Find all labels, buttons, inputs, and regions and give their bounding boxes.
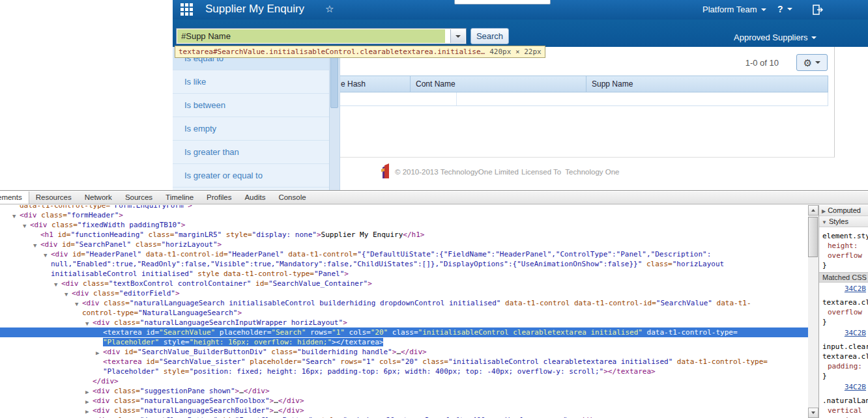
devtools-tabs: ementsResourcesNetworkSourcesTimelinePro… (0, 191, 868, 204)
expand-arrow-icon: ▶ (822, 208, 826, 214)
window-dock-icon[interactable] (812, 4, 824, 16)
search-button[interactable]: Search (470, 28, 509, 44)
grid-header-cell[interactable]: e Hash (336, 76, 411, 92)
dom-tree-line[interactable]: "Placeholder" style="position: fixed; he… (0, 367, 808, 376)
grid-header-cell[interactable]: Cont Name (411, 76, 586, 92)
sidebar-prop: overflow (819, 251, 868, 260)
approved-suppliers-menu[interactable]: Approved Suppliers (734, 33, 817, 42)
devtools-tab-sources[interactable]: Sources (119, 191, 159, 204)
code-text: "Placeholder" style="position: fixed; he… (103, 367, 656, 376)
devtools-tab-profiles[interactable]: Profiles (200, 191, 238, 204)
platform-team-menu[interactable]: Platform Team (702, 5, 766, 14)
dom-tree-line[interactable]: ▶<div class="naturalLanguageSearchToolbo… (0, 396, 808, 406)
dom-tree-line[interactable]: </div> (0, 376, 808, 386)
sidebar-text: 34C2B (845, 285, 866, 293)
dom-tree-line[interactable]: ▼<div class="fixedWidth paddingTB10"> (0, 220, 808, 230)
app-header-bar: Supplier My Enquiry ☆ Platform Team ? (173, 0, 868, 20)
code-text: <div id="SearchValue_BuilderButtonDiv" c… (103, 348, 427, 356)
code-segment: "Form.EnquiryForm" (110, 205, 188, 210)
grid-header-cell[interactable]: Supp Name (586, 76, 828, 92)
devtools-scrollbar[interactable] (808, 205, 818, 418)
devtools-tree-container: data-t1-control-type="Form.EnquiryForm">… (0, 205, 808, 418)
dom-tree-line[interactable]: ▼<div id="SearchPanel" class="horizLayou… (0, 240, 808, 249)
code-segment: data-t1-control-type= (20, 205, 110, 210)
dom-tree-line[interactable]: ▶<div id="SearchValue_BuilderButtonDiv" … (0, 347, 808, 357)
sidebar-text: height: (828, 242, 858, 250)
search-box[interactable]: #Supp Name (176, 28, 467, 44)
dom-tree-line[interactable]: ▼<div class="naturalLanguageSearchInputW… (0, 318, 808, 327)
code-segment: class= (110, 397, 140, 405)
dropdown-item[interactable]: Is like (173, 70, 329, 94)
dom-tree-line[interactable]: <h1 id="functionHeading" class="marginLR… (0, 230, 808, 240)
code-text: "Placeholder" style="height: 16px; overf… (103, 338, 383, 346)
search-dropdown-button[interactable] (450, 29, 465, 43)
code-segment: initialisableControl initialised" (51, 270, 194, 278)
devtools-panel: ementsResourcesNetworkSourcesTimelinePro… (0, 190, 868, 418)
dom-tree-line[interactable]: initialisableControl initialised" style … (0, 269, 808, 279)
scroll-thumb[interactable] (808, 217, 818, 257)
dom-tree-line[interactable]: ▶<div class="naturalLanguageSearchBuilde… (0, 406, 808, 415)
scroll-up-button[interactable] (808, 205, 818, 216)
sidebar-brace: } (819, 317, 868, 327)
sidebar-link[interactable]: 34C2B (819, 284, 868, 294)
code-segment: "fixedWidth paddingTB10" (78, 221, 181, 229)
dom-tree-line[interactable]: ▶<div class="inputClearButton" id="Input… (0, 415, 808, 418)
dom-tree-line[interactable]: ▶<div class="suggestionPane shown">…</di… (0, 386, 808, 396)
sidebar-link[interactable]: 34C2B (819, 328, 868, 338)
dom-tree-line[interactable]: ▼<div class="textBoxControl controlConta… (0, 279, 808, 288)
dom-tree-line[interactable]: control-type="NaturalLanguageSearch"> (0, 308, 808, 318)
sidebar-sel: input.clear (819, 342, 868, 352)
code-segment: <div (40, 240, 58, 249)
code-segment: "display: none" (252, 230, 317, 239)
code-segment: "20" (401, 357, 418, 366)
devtools-tab-audits[interactable]: Audits (238, 191, 272, 204)
global-search-input[interactable] (454, 0, 551, 5)
app-launcher-icon[interactable] (181, 3, 194, 16)
devtools-tab-ements[interactable]: ements (0, 191, 29, 204)
dom-tree-line[interactable]: "Placeholder" style="height: 16px; overf… (0, 337, 808, 347)
settings-button[interactable]: ⚙ (796, 54, 828, 71)
dom-tree-line[interactable]: data-t1-control-type="Form.EnquiryForm"> (0, 205, 808, 210)
code-segment: "1" (362, 357, 375, 366)
dom-tree-line[interactable]: ▼<div class="formHeader"> (0, 210, 808, 220)
dom-tree-line[interactable]: ▼<div class="editorField"> (0, 288, 808, 298)
code-segment: class= (37, 211, 67, 219)
code-segment: <div (82, 299, 100, 307)
approved-suppliers-label: Approved Suppliers (734, 33, 807, 42)
sidebar-section-styles[interactable]: ▼Styles (819, 216, 868, 227)
code-segment: "SearchValue_BuilderButtonDiv" (137, 348, 267, 356)
help-menu[interactable]: ? (777, 4, 792, 14)
sidebar-link[interactable]: 34C2B (819, 382, 868, 392)
code-segment: <textarea (103, 328, 142, 337)
dom-tree-line[interactable]: ▼<div id="HeaderPanel" data-t1-control-i… (0, 249, 808, 259)
devtools-tab-timeline[interactable]: Timeline (159, 191, 200, 204)
code-segment: </div> (278, 406, 304, 415)
favorite-star-icon[interactable]: ☆ (325, 3, 334, 15)
dropdown-item[interactable]: Is between (173, 94, 329, 117)
dom-tree-line[interactable]: null,"Enabled":true,"ReadOnly":false,"Vi… (0, 259, 808, 269)
sidebar-section-computed[interactable]: ▶Computed (819, 205, 868, 216)
devtools-tab-network[interactable]: Network (78, 191, 119, 204)
scroll-down-button[interactable] (808, 408, 818, 418)
search-toolbar: #Supp Name Search Approved Suppliers (173, 20, 868, 47)
code-segment: class= (110, 406, 140, 415)
code-segment: > (237, 309, 242, 317)
code-segment: > (119, 211, 123, 219)
dom-tree-line[interactable]: <textarea id="SearchValue_sister" placeh… (0, 357, 808, 367)
code-text: control-type="NaturalLanguageSearch"> (82, 309, 242, 317)
sidebar-prop: height: (819, 241, 868, 251)
code-segment: "SearchValue_Container" (268, 279, 368, 288)
triangle-up-icon (811, 209, 815, 212)
search-textarea[interactable]: #Supp Name (177, 29, 445, 43)
dropdown-item[interactable]: Is greater or equal to (173, 164, 329, 188)
devtools-tab-console[interactable]: Console (272, 191, 312, 204)
operator-dropdown: Is equal toIs likeIs betweenIs emptyIs g… (173, 47, 340, 190)
code-text: <div id="HeaderPanel" data-t1-control-id… (51, 250, 711, 258)
dom-tree-line[interactable]: ▼<div class="naturalLanguageSearch initi… (0, 298, 808, 308)
code-segment: class= (418, 357, 448, 366)
dom-tree-line[interactable]: <textarea id="SearchValue" placeholder="… (0, 327, 808, 337)
dropdown-item[interactable]: Is empty (173, 117, 329, 141)
dropdown-item[interactable]: Is greater than (173, 141, 329, 164)
dropdown-scrollbar[interactable] (329, 47, 340, 190)
devtools-tab-resources[interactable]: Resources (29, 191, 78, 204)
